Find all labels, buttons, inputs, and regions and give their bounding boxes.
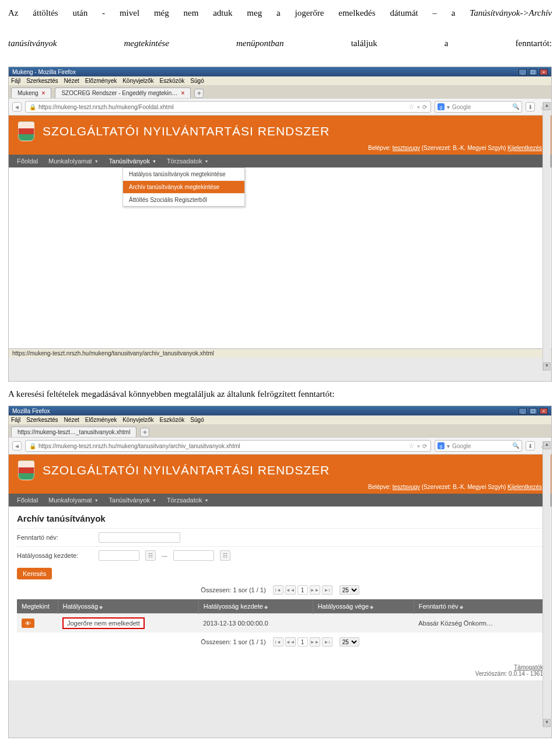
scroll-up-button[interactable]: ▲ xyxy=(543,102,551,110)
pager-last[interactable]: ►I xyxy=(322,585,332,595)
minimize-button[interactable]: _ xyxy=(519,69,527,75)
search-go-icon[interactable]: 🔍 xyxy=(512,442,519,449)
nav-tanusitvanyok[interactable]: Tanúsítványok▼ xyxy=(109,158,156,165)
menu-file[interactable]: Fájl xyxy=(11,417,20,423)
firefox-menubar: Fájl Szerkesztés Nézet Előzmények Könyvj… xyxy=(9,76,551,85)
nav-fooldal[interactable]: Főoldal xyxy=(17,497,38,504)
nav-torzsadatok[interactable]: Törzsadatok▼ xyxy=(167,497,208,504)
menu-view[interactable]: Nézet xyxy=(64,78,79,84)
intro-italic-2c: menüpontban xyxy=(236,39,284,48)
tab-archiv[interactable]: https://mukeng-teszt…_tanusitvanyok.xhtm… xyxy=(11,427,136,437)
maximize-button[interactable]: ▢ xyxy=(529,69,537,75)
menu-history[interactable]: Előzmények xyxy=(85,417,117,423)
scroll-down-button[interactable]: ▼ xyxy=(543,362,551,371)
maximize-button[interactable]: ▢ xyxy=(529,408,537,414)
bookmark-star-icon[interactable]: ☆ xyxy=(408,103,415,111)
nav-munkafolyamat[interactable]: Munkafolyamat▼ xyxy=(48,497,99,504)
download-button[interactable]: ⬇ xyxy=(526,102,535,111)
tanusitvanyok-dropdown: Hatályos tanúsítványok megtekintése Arch… xyxy=(123,167,245,207)
col-fenntarto[interactable]: Fenntartó név◆ xyxy=(414,599,542,614)
chevron-down-icon: ▼ xyxy=(152,159,156,163)
search-button[interactable]: Keresés xyxy=(17,568,52,579)
pager-next[interactable]: ►► xyxy=(310,637,320,647)
new-tab-button[interactable]: + xyxy=(194,89,204,98)
nav-torzsadatok[interactable]: Törzsadatok▼ xyxy=(167,158,208,165)
pagesize-select[interactable]: 25 xyxy=(340,585,359,595)
view-button[interactable]: 👁 xyxy=(22,619,34,628)
minimize-button[interactable]: _ xyxy=(519,408,527,414)
scrollbar[interactable]: ▲ ▼ xyxy=(542,441,551,727)
login-user-link[interactable]: tesztsvugy xyxy=(393,145,420,151)
logout-link[interactable]: Kijelentkezés xyxy=(508,145,542,151)
col-hatalyossag[interactable]: Hatályosság◆ xyxy=(58,599,198,614)
dropdown-item-attoltes[interactable]: Áttöltés Szociális Regiszterből xyxy=(123,194,244,206)
pager-page[interactable]: 1 xyxy=(298,637,308,647)
tab-szocreg[interactable]: SZOCREG Rendszer - Engedély megtekin…× xyxy=(55,88,191,98)
address-bar[interactable]: 🔒 https://mukeng-teszt.nrszh.hu/mukeng/F… xyxy=(25,101,431,113)
input-date-to[interactable] xyxy=(173,550,214,561)
menu-history[interactable]: Előzmények xyxy=(85,78,117,84)
nav-tanusitvanyok[interactable]: Tanúsítványok▼ xyxy=(109,497,156,504)
scrollbar[interactable]: ▲ ▼ xyxy=(542,102,551,371)
col-megtekint[interactable]: Megtekint xyxy=(17,599,58,614)
tab-close-icon[interactable]: × xyxy=(42,90,46,96)
tab-close-icon[interactable]: × xyxy=(181,90,184,96)
label-hatalyossag: Hatályosság kezdete: xyxy=(17,552,93,559)
pagesize-select-bottom[interactable]: 25 xyxy=(340,637,359,647)
menu-help[interactable]: Súgó xyxy=(190,78,204,84)
col-kezdete[interactable]: Hatályosság kezdete◆ xyxy=(198,599,313,614)
login-user-link[interactable]: tesztsvugy xyxy=(393,484,420,490)
dropdown-item-hatalyos[interactable]: Hatályos tanúsítványok megtekintése xyxy=(123,168,244,181)
calendar-to-button[interactable]: ☷ xyxy=(220,550,230,561)
menu-file[interactable]: Fájl xyxy=(11,78,20,84)
download-button[interactable]: ⬇ xyxy=(526,441,535,450)
pager-next[interactable]: ►► xyxy=(310,585,320,595)
back-button[interactable]: ◄ xyxy=(12,441,22,450)
menu-edit[interactable]: Szerkesztés xyxy=(26,78,58,84)
pager-prev[interactable]: ◄◄ xyxy=(285,637,296,647)
logout-link[interactable]: Kijelentkezés xyxy=(508,484,542,490)
reload-icon[interactable]: ⟳ xyxy=(422,443,427,449)
pager-page[interactable]: 1 xyxy=(298,585,308,595)
bookmark-star-icon[interactable]: ☆ xyxy=(408,442,415,450)
pager-last[interactable]: ►I xyxy=(322,637,332,647)
chevron-down-icon: ▼ xyxy=(152,498,156,502)
calendar-from-button[interactable]: ☷ xyxy=(145,550,156,561)
nav-munkafolyamat[interactable]: Munkafolyamat▼ xyxy=(48,158,99,165)
sponsors-link[interactable]: Támogatók xyxy=(9,664,543,670)
firefox-menubar: Fájl Szerkesztés Nézet Előzmények Könyvj… xyxy=(9,415,551,424)
app-header: SZOLGÁLTATÓI NYILVÁNTARTÁSI RENDSZER Bel… xyxy=(9,455,551,494)
pager-top: I◄ ◄◄ 1 ►► ►I xyxy=(273,585,332,595)
app-footer: Támogatók Verziószám: 0.0.14 - 1361 xyxy=(9,658,551,680)
tab-mukeng[interactable]: Mukeng× xyxy=(11,88,51,98)
dropdown-item-archiv[interactable]: Archív tanúsítványok megtekintése xyxy=(123,181,244,194)
menu-tools[interactable]: Eszközök xyxy=(160,78,185,84)
close-button[interactable]: × xyxy=(540,69,548,75)
close-button[interactable]: × xyxy=(540,408,548,414)
app-nav: Főoldal Munkafolyamat▼ Tanúsítványok▼ Tö… xyxy=(9,155,551,167)
address-bar[interactable]: 🔒 https://mukeng-teszt.nrszh.hu/mukeng/t… xyxy=(25,440,431,452)
back-button[interactable]: ◄ xyxy=(12,102,22,111)
tab-label-2: SZOCREG Rendszer - Engedély megtekin… xyxy=(61,90,177,96)
menu-tools[interactable]: Eszközök xyxy=(160,417,185,423)
input-fenntarto-nev[interactable] xyxy=(99,532,180,543)
search-box[interactable]: g ▾ Google 🔍 xyxy=(435,101,522,113)
search-go-icon[interactable]: 🔍 xyxy=(512,103,519,110)
new-tab-button[interactable]: + xyxy=(140,428,149,437)
nav-fooldal[interactable]: Főoldal xyxy=(17,158,38,165)
pager-first[interactable]: I◄ xyxy=(273,585,284,595)
menu-bookmarks[interactable]: Könyvjelzők xyxy=(123,78,153,84)
pager-prev[interactable]: ◄◄ xyxy=(285,585,296,595)
search-box[interactable]: g ▾ Google 🔍 xyxy=(435,440,522,452)
pager-first[interactable]: I◄ xyxy=(273,637,284,647)
scroll-up-button[interactable]: ▲ xyxy=(543,441,551,449)
menu-help[interactable]: Súgó xyxy=(190,417,204,423)
input-date-from[interactable] xyxy=(99,550,139,561)
reload-icon[interactable]: ⟳ xyxy=(422,104,427,110)
menu-bookmarks[interactable]: Könyvjelzők xyxy=(123,417,153,423)
menu-edit[interactable]: Szerkesztés xyxy=(26,417,58,423)
scroll-down-button[interactable]: ▼ xyxy=(543,719,551,727)
col-vege[interactable]: Hatályosság vége◆ xyxy=(313,599,414,614)
menu-view[interactable]: Nézet xyxy=(64,417,79,423)
mid-paragraph: A keresési feltételek megadásával könnye… xyxy=(8,387,552,401)
